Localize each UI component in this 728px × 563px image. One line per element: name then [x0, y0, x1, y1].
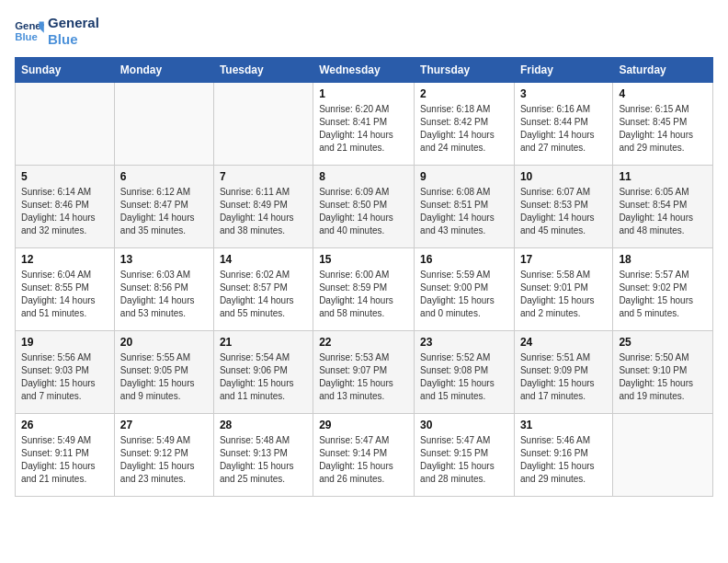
calendar-cell: 21Sunrise: 5:54 AM Sunset: 9:06 PM Dayli… [213, 331, 313, 414]
day-number: 6 [120, 170, 208, 183]
day-info: Sunrise: 6:03 AM Sunset: 8:56 PM Dayligh… [120, 269, 208, 320]
calendar-cell: 24Sunrise: 5:51 AM Sunset: 9:09 PM Dayli… [514, 331, 612, 414]
day-number: 25 [619, 336, 707, 349]
calendar-week-row: 12Sunrise: 6:04 AM Sunset: 8:55 PM Dayli… [16, 248, 713, 331]
day-info: Sunrise: 5:50 AM Sunset: 9:10 PM Dayligh… [619, 351, 707, 403]
day-info: Sunrise: 6:04 AM Sunset: 8:55 PM Dayligh… [21, 269, 108, 320]
header-day-monday: Monday [114, 58, 213, 83]
day-info: Sunrise: 5:47 AM Sunset: 9:15 PM Dayligh… [420, 434, 508, 486]
day-info: Sunrise: 5:55 AM Sunset: 9:05 PM Dayligh… [120, 351, 208, 403]
calendar-cell: 30Sunrise: 5:47 AM Sunset: 9:15 PM Dayli… [415, 414, 515, 497]
logo-text-blue: Blue [48, 31, 99, 48]
day-number: 17 [520, 253, 607, 266]
calendar-cell: 25Sunrise: 5:50 AM Sunset: 9:10 PM Dayli… [613, 331, 713, 414]
header-day-wednesday: Wednesday [313, 58, 415, 83]
day-info: Sunrise: 6:11 AM Sunset: 8:49 PM Dayligh… [220, 186, 307, 237]
calendar-cell: 31Sunrise: 5:46 AM Sunset: 9:16 PM Dayli… [514, 414, 612, 497]
calendar-cell [213, 83, 313, 166]
day-info: Sunrise: 5:57 AM Sunset: 9:02 PM Dayligh… [619, 269, 707, 320]
day-number: 15 [319, 253, 408, 266]
calendar-cell: 5Sunrise: 6:14 AM Sunset: 8:46 PM Daylig… [16, 166, 115, 248]
calendar-header-row: SundayMondayTuesdayWednesdayThursdayFrid… [16, 58, 713, 83]
calendar-cell [114, 83, 213, 166]
day-number: 3 [520, 87, 607, 100]
calendar-week-row: 1Sunrise: 6:20 AM Sunset: 8:41 PM Daylig… [16, 83, 713, 166]
day-number: 20 [120, 336, 208, 349]
calendar-cell: 18Sunrise: 5:57 AM Sunset: 9:02 PM Dayli… [613, 248, 713, 331]
calendar-cell: 12Sunrise: 6:04 AM Sunset: 8:55 PM Dayli… [16, 248, 115, 331]
day-number: 18 [619, 253, 707, 266]
calendar-cell [16, 83, 115, 166]
day-number: 4 [619, 87, 707, 100]
header-day-friday: Friday [514, 58, 612, 83]
calendar-cell: 1Sunrise: 6:20 AM Sunset: 8:41 PM Daylig… [313, 83, 415, 166]
day-number: 29 [319, 419, 408, 431]
calendar-cell: 14Sunrise: 6:02 AM Sunset: 8:57 PM Dayli… [213, 248, 313, 331]
calendar-cell: 13Sunrise: 6:03 AM Sunset: 8:56 PM Dayli… [114, 248, 213, 331]
calendar-cell [613, 414, 713, 497]
calendar-week-row: 5Sunrise: 6:14 AM Sunset: 8:46 PM Daylig… [16, 166, 713, 248]
calendar-cell: 20Sunrise: 5:55 AM Sunset: 9:05 PM Dayli… [114, 331, 213, 414]
calendar-cell: 6Sunrise: 6:12 AM Sunset: 8:47 PM Daylig… [114, 166, 213, 248]
day-number: 23 [420, 336, 508, 349]
day-number: 11 [619, 170, 707, 183]
day-number: 7 [220, 170, 307, 183]
day-info: Sunrise: 6:09 AM Sunset: 8:50 PM Dayligh… [319, 186, 408, 237]
day-info: Sunrise: 5:49 AM Sunset: 9:12 PM Dayligh… [120, 434, 208, 486]
calendar-cell: 11Sunrise: 6:05 AM Sunset: 8:54 PM Dayli… [613, 166, 713, 248]
day-number: 24 [520, 336, 607, 349]
day-number: 16 [420, 253, 508, 266]
header-day-thursday: Thursday [415, 58, 515, 83]
day-info: Sunrise: 5:46 AM Sunset: 9:16 PM Dayligh… [520, 434, 607, 486]
svg-text:Blue: Blue [15, 31, 38, 42]
calendar-cell: 7Sunrise: 6:11 AM Sunset: 8:49 PM Daylig… [213, 166, 313, 248]
day-number: 10 [520, 170, 607, 183]
calendar-cell: 10Sunrise: 6:07 AM Sunset: 8:53 PM Dayli… [514, 166, 612, 248]
day-info: Sunrise: 5:47 AM Sunset: 9:14 PM Dayligh… [319, 434, 408, 486]
day-number: 13 [120, 253, 208, 266]
day-number: 8 [319, 170, 408, 183]
day-info: Sunrise: 6:20 AM Sunset: 8:41 PM Dayligh… [319, 103, 408, 155]
calendar-cell: 16Sunrise: 5:59 AM Sunset: 9:00 PM Dayli… [415, 248, 515, 331]
day-number: 14 [220, 253, 307, 266]
day-info: Sunrise: 6:15 AM Sunset: 8:45 PM Dayligh… [619, 103, 707, 155]
day-number: 26 [21, 419, 108, 431]
day-number: 9 [420, 170, 508, 183]
calendar-cell: 26Sunrise: 5:49 AM Sunset: 9:11 PM Dayli… [16, 414, 115, 497]
day-info: Sunrise: 6:02 AM Sunset: 8:57 PM Dayligh… [220, 269, 307, 320]
day-info: Sunrise: 5:54 AM Sunset: 9:06 PM Dayligh… [220, 351, 307, 403]
day-number: 1 [319, 87, 408, 100]
day-number: 27 [120, 419, 208, 431]
day-info: Sunrise: 5:59 AM Sunset: 9:00 PM Dayligh… [420, 269, 508, 320]
day-info: Sunrise: 5:48 AM Sunset: 9:13 PM Dayligh… [220, 434, 307, 486]
header-day-sunday: Sunday [16, 58, 115, 83]
calendar-cell: 28Sunrise: 5:48 AM Sunset: 9:13 PM Dayli… [213, 414, 313, 497]
calendar-cell: 9Sunrise: 6:08 AM Sunset: 8:51 PM Daylig… [415, 166, 515, 248]
day-number: 12 [21, 253, 108, 266]
logo: General Blue General Blue [15, 15, 99, 48]
day-info: Sunrise: 6:05 AM Sunset: 8:54 PM Dayligh… [619, 186, 707, 237]
calendar-cell: 3Sunrise: 6:16 AM Sunset: 8:44 PM Daylig… [514, 83, 612, 166]
day-info: Sunrise: 5:58 AM Sunset: 9:01 PM Dayligh… [520, 269, 607, 320]
header-day-saturday: Saturday [613, 58, 713, 83]
page-header: General Blue General Blue [15, 15, 713, 48]
day-info: Sunrise: 5:49 AM Sunset: 9:11 PM Dayligh… [21, 434, 108, 486]
calendar-cell: 27Sunrise: 5:49 AM Sunset: 9:12 PM Dayli… [114, 414, 213, 497]
day-number: 28 [220, 419, 307, 431]
day-number: 31 [520, 419, 607, 431]
day-info: Sunrise: 5:56 AM Sunset: 9:03 PM Dayligh… [21, 351, 108, 403]
calendar-table: SundayMondayTuesdayWednesdayThursdayFrid… [15, 57, 713, 497]
calendar-cell: 22Sunrise: 5:53 AM Sunset: 9:07 PM Dayli… [313, 331, 415, 414]
header-day-tuesday: Tuesday [213, 58, 313, 83]
day-info: Sunrise: 6:18 AM Sunset: 8:42 PM Dayligh… [420, 103, 508, 155]
day-info: Sunrise: 6:00 AM Sunset: 8:59 PM Dayligh… [319, 269, 408, 320]
calendar-week-row: 26Sunrise: 5:49 AM Sunset: 9:11 PM Dayli… [16, 414, 713, 497]
day-info: Sunrise: 6:12 AM Sunset: 8:47 PM Dayligh… [120, 186, 208, 237]
logo-icon: General Blue [15, 18, 44, 44]
day-number: 19 [21, 336, 108, 349]
day-number: 5 [21, 170, 108, 183]
day-info: Sunrise: 6:07 AM Sunset: 8:53 PM Dayligh… [520, 186, 607, 237]
day-info: Sunrise: 5:53 AM Sunset: 9:07 PM Dayligh… [319, 351, 408, 403]
calendar-cell: 8Sunrise: 6:09 AM Sunset: 8:50 PM Daylig… [313, 166, 415, 248]
day-info: Sunrise: 5:52 AM Sunset: 9:08 PM Dayligh… [420, 351, 508, 403]
